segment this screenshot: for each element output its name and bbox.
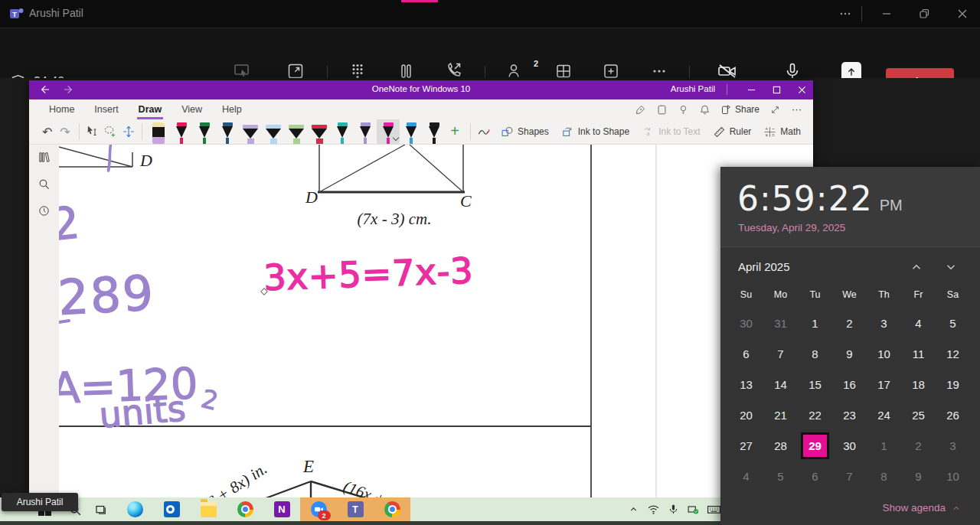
calendar-day[interactable]: 10 bbox=[936, 461, 970, 491]
pen-green[interactable] bbox=[193, 119, 216, 144]
pen-magenta[interactable] bbox=[377, 119, 400, 144]
calendar-day[interactable]: 14 bbox=[763, 369, 798, 399]
notebooks-icon[interactable] bbox=[38, 151, 51, 164]
calendar-day[interactable]: 21 bbox=[763, 399, 798, 430]
onenote-share-button[interactable]: Share bbox=[720, 104, 760, 116]
taskbar-app-outlook[interactable] bbox=[153, 497, 190, 521]
select-objects-icon[interactable] bbox=[83, 125, 101, 139]
calendar-day[interactable]: 31 bbox=[763, 308, 798, 338]
onenote-account[interactable]: Arushi Patil bbox=[671, 84, 715, 93]
highlighter-red[interactable] bbox=[308, 119, 331, 144]
shapes-button[interactable]: Shapes bbox=[501, 126, 549, 139]
pen-navy[interactable] bbox=[216, 119, 239, 144]
task-view-button[interactable] bbox=[89, 497, 113, 521]
calendar-day[interactable]: 8 bbox=[798, 338, 832, 369]
calendar-day[interactable]: 20 bbox=[729, 399, 763, 430]
highlighter-green[interactable] bbox=[285, 119, 308, 144]
pen-black[interactable] bbox=[423, 119, 446, 144]
calendar-day[interactable]: 26 bbox=[936, 399, 970, 430]
close-button[interactable] bbox=[947, 0, 978, 28]
hardware-icon[interactable] bbox=[683, 497, 703, 521]
tray-mic-icon[interactable] bbox=[663, 497, 683, 521]
calendar-day[interactable]: 30 bbox=[832, 430, 867, 461]
pen-nib-icon[interactable] bbox=[635, 104, 646, 116]
taskbar-app-chrome[interactable] bbox=[227, 497, 263, 521]
search-icon[interactable] bbox=[38, 178, 51, 191]
calendar-prev-button[interactable] bbox=[909, 260, 924, 274]
calendar-day-selected[interactable]: 29 bbox=[798, 430, 832, 461]
menu-insert[interactable]: Insert bbox=[94, 99, 118, 119]
pen-teal[interactable] bbox=[331, 119, 354, 144]
calendar-day[interactable]: 10 bbox=[867, 338, 901, 369]
lightbulb-icon[interactable] bbox=[678, 104, 689, 116]
clock-date[interactable]: Tuesday, April 29, 2025 bbox=[738, 222, 845, 233]
calendar-day[interactable]: 17 bbox=[867, 369, 901, 399]
add-pen-button[interactable]: + bbox=[450, 122, 459, 140]
calendar-day[interactable]: 3 bbox=[936, 430, 970, 461]
calendar-day[interactable]: 25 bbox=[901, 399, 936, 430]
show-hidden-icons-button[interactable] bbox=[623, 497, 643, 521]
restore-button[interactable] bbox=[909, 0, 939, 28]
draw-with-touch-icon[interactable] bbox=[475, 124, 493, 139]
calendar-day[interactable]: 7 bbox=[832, 461, 867, 491]
onenote-close-button[interactable] bbox=[790, 80, 813, 99]
calendar-day[interactable]: 1 bbox=[867, 430, 901, 461]
taskbar-app-edge[interactable] bbox=[116, 497, 153, 521]
network-icon[interactable] bbox=[643, 497, 663, 521]
calendar-day[interactable]: 4 bbox=[901, 308, 936, 338]
highlighter-lavender[interactable] bbox=[239, 119, 262, 144]
ruler-button[interactable]: Ruler bbox=[713, 126, 752, 139]
calendar-day[interactable]: 6 bbox=[729, 338, 763, 369]
minimize-button[interactable] bbox=[871, 0, 902, 28]
taskbar-app-onenote[interactable]: N bbox=[263, 497, 300, 521]
calendar-day[interactable]: 6 bbox=[798, 461, 832, 491]
calendar-day[interactable]: 28 bbox=[763, 430, 798, 461]
bell-icon[interactable] bbox=[699, 104, 710, 116]
calendar-day[interactable]: 13 bbox=[729, 369, 763, 399]
calendar-day[interactable]: 9 bbox=[832, 338, 867, 369]
menu-home[interactable]: Home bbox=[49, 99, 74, 119]
menubar-more-icon[interactable] bbox=[791, 104, 802, 116]
calendar-next-button[interactable] bbox=[943, 260, 959, 274]
pen-blue[interactable] bbox=[400, 119, 423, 144]
calendar-day[interactable]: 16 bbox=[832, 369, 867, 399]
calendar-day[interactable]: 4 bbox=[729, 461, 763, 491]
calendar-day[interactable]: 12 bbox=[936, 338, 970, 369]
taskbar-app-chrome-2[interactable] bbox=[374, 497, 410, 521]
insert-space-icon[interactable] bbox=[119, 125, 137, 139]
calendar-day[interactable]: 15 bbox=[798, 369, 832, 399]
calendar-day[interactable]: 5 bbox=[936, 308, 970, 338]
page-icon[interactable] bbox=[656, 104, 668, 116]
pen-crimson[interactable] bbox=[170, 119, 193, 144]
ink-to-shape-button[interactable]: Ink to Shape bbox=[561, 126, 629, 139]
fullscreen-icon[interactable] bbox=[769, 104, 781, 116]
calendar-day[interactable]: 3 bbox=[867, 308, 901, 338]
calendar-day[interactable]: 8 bbox=[867, 461, 901, 491]
calendar-day[interactable]: 23 bbox=[832, 399, 867, 430]
onenote-maximize-button[interactable] bbox=[765, 80, 788, 99]
calendar-day[interactable]: 2 bbox=[901, 430, 936, 461]
undo-button[interactable]: ↶ bbox=[38, 125, 56, 139]
taskbar-app-teams[interactable]: T bbox=[337, 497, 374, 521]
page-canvas[interactable]: D D C (7x - 3) cm. E bbox=[59, 145, 813, 525]
menu-draw[interactable]: Draw bbox=[139, 99, 162, 119]
calendar-day[interactable]: 22 bbox=[798, 399, 832, 430]
ink-to-text-button[interactable]: a Ink to Text bbox=[642, 126, 700, 139]
calendar-day[interactable]: 2 bbox=[832, 308, 867, 338]
calendar-day[interactable]: 19 bbox=[936, 369, 970, 399]
pen-lilac[interactable] bbox=[354, 119, 377, 144]
calendar-day[interactable]: 18 bbox=[901, 369, 936, 399]
calendar-day[interactable]: 7 bbox=[763, 338, 798, 369]
lasso-select-icon[interactable] bbox=[102, 125, 119, 139]
show-agenda-button[interactable]: Show agenda bbox=[882, 502, 962, 514]
calendar-day[interactable]: 27 bbox=[729, 430, 763, 461]
taskbar-app-zoom[interactable]: 2 bbox=[300, 497, 337, 521]
calendar-day[interactable]: 24 bbox=[867, 399, 901, 430]
math-button[interactable]: +−×= Math bbox=[763, 126, 801, 139]
calendar-day[interactable]: 30 bbox=[729, 308, 763, 338]
onenote-minimize-button[interactable] bbox=[740, 80, 763, 99]
calendar-day[interactable]: 11 bbox=[901, 338, 936, 369]
highlighter-blue[interactable] bbox=[262, 119, 285, 144]
calendar-day[interactable]: 1 bbox=[798, 308, 832, 338]
menu-view[interactable]: View bbox=[181, 99, 202, 119]
